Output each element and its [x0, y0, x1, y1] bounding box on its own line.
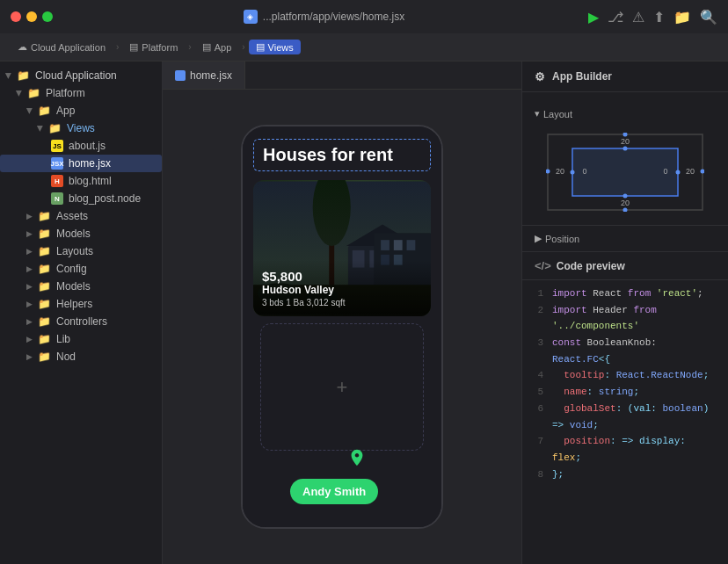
folder-icon[interactable]: 📁 [673, 9, 691, 25]
sidebar: ▶ 📁 Cloud Application ▶ 📁 Platform ▶ 📁 A… [0, 61, 163, 564]
canvas-area: Houses for rent [163, 90, 521, 564]
sidebar-item-lib[interactable]: ▶ 📁 Lib [0, 330, 162, 348]
warning-icon[interactable]: ⚠ [632, 9, 644, 25]
house-overlay: $5,800 Hudson Valley 3 bds 1 Ba 3,012 sq… [253, 260, 431, 316]
node-file-icon: N [51, 192, 63, 205]
svg-rect-20 [573, 149, 677, 195]
sidebar-item-blog-html[interactable]: H blog.html [0, 172, 162, 190]
maximize-button[interactable] [42, 11, 53, 22]
position-section: ▶ Position [522, 226, 728, 252]
sidebar-label: Lib [56, 333, 70, 345]
svg-text:20: 20 [556, 167, 564, 176]
layout-header[interactable]: ▾ Layout [535, 108, 716, 119]
house-details: 3 bds 1 Ba 3,012 sqft [262, 298, 422, 307]
code-content: name: string; [552, 384, 639, 401]
andy-smith-label[interactable]: Andy Smith [290, 479, 378, 504]
add-icon: + [337, 376, 348, 399]
minimize-button[interactable] [26, 11, 37, 22]
svg-point-27 [623, 133, 628, 137]
arrow-icon: ▶ [4, 73, 13, 79]
house-card: $5,800 Hudson Valley 3 bds 1 Ba 3,012 sq… [253, 180, 431, 316]
branch-icon[interactable]: ⎇ [608, 9, 623, 25]
breadcrumb-sep-1: › [116, 42, 119, 52]
folder-icon: 📁 [38, 333, 51, 345]
titlebar-center: ◈ ...platform/app/views/home.jsx [67, 10, 581, 24]
upload-icon[interactable]: ⬆ [653, 9, 665, 25]
arrow-icon: ▶ [26, 335, 33, 343]
sidebar-item-home-jsx[interactable]: JSX home.jsx [0, 155, 162, 172]
breadcrumb-platform[interactable]: ▤ Platform [122, 40, 185, 54]
phone-lower-dropzone[interactable]: + [260, 323, 424, 451]
sidebar-item-models[interactable]: ▶ 📁 Models [0, 225, 162, 242]
breadcrumb-bar: ☁ Cloud Application › ▤ Platform › ▤ App… [0, 33, 728, 61]
sidebar-item-platform[interactable]: ▶ 📁 Platform [0, 84, 162, 102]
html-file-icon: H [51, 175, 63, 187]
code-content: }; [552, 466, 564, 483]
code-line-7: 7 position: => display: flex; [522, 433, 728, 466]
close-button[interactable] [11, 11, 21, 22]
code-line-8: 8 }; [522, 466, 728, 483]
traffic-lights [11, 11, 53, 22]
sidebar-item-helpers[interactable]: ▶ 📁 Helpers [0, 295, 162, 313]
search-icon[interactable]: 🔍 [700, 9, 717, 25]
house-price: $5,800 [262, 269, 422, 284]
layout-label: Layout [543, 109, 572, 119]
breadcrumb-sep-3: › [242, 42, 244, 52]
app-builder-header: ⚙ App Builder [535, 70, 716, 83]
arrow-icon: ▶ [26, 300, 33, 308]
code-content: position: => display: flex; [552, 433, 719, 466]
position-header[interactable]: ▶ Position [535, 233, 716, 244]
line-number: 3 [531, 335, 543, 367]
sidebar-item-controllers[interactable]: ▶ 📁 Controllers [0, 313, 162, 330]
sidebar-item-cloud-application[interactable]: ▶ 📁 Cloud Application [0, 67, 162, 84]
sidebar-item-config[interactable]: ▶ 📁 Config [0, 260, 162, 278]
sidebar-label: App [56, 105, 75, 117]
code-content: import React from 'react'; [552, 286, 703, 302]
right-panel: ⚙ App Builder ▾ Layout 20 [521, 61, 728, 564]
folder-icon: 📁 [38, 105, 51, 117]
js-file-icon: JS [51, 140, 63, 152]
jsx-file-icon: JSX [51, 157, 63, 170]
sidebar-label: Nod [56, 351, 76, 363]
sidebar-label: Helpers [56, 298, 92, 310]
folder-icon-sm: ▤ [129, 41, 138, 53]
sidebar-item-layouts[interactable]: ▶ 📁 Layouts [0, 242, 162, 260]
card-title-box[interactable]: Houses for rent [253, 139, 431, 171]
folder-icon: 📁 [38, 351, 51, 363]
window-title: ...platform/app/views/home.jsx [263, 11, 404, 23]
breadcrumb-app[interactable]: ▤ App [195, 40, 239, 54]
folder-icon: 📁 [27, 87, 40, 99]
app-icon: ◈ [244, 10, 258, 24]
sidebar-item-about-js[interactable]: JS about.js [0, 137, 162, 155]
play-button[interactable]: ▶ [588, 9, 599, 25]
svg-point-33 [571, 170, 575, 175]
svg-text:0: 0 [663, 167, 667, 176]
code-preview-header: </> Code preview [522, 252, 728, 280]
line-number: 5 [531, 384, 543, 401]
sidebar-label: Assets [56, 210, 88, 222]
sidebar-item-nod[interactable]: ▶ 📁 Nod [0, 348, 162, 365]
tab-file-icon [175, 70, 186, 81]
cloud-icon: ☁ [18, 41, 27, 53]
code-content: globalSet: (val: boolean) => void; [552, 401, 719, 433]
app-builder-section: ⚙ App Builder [522, 61, 728, 92]
sidebar-label: Cloud Application [35, 69, 117, 82]
breadcrumb-cloud-application[interactable]: ☁ Cloud Application [11, 40, 113, 54]
sidebar-item-app[interactable]: ▶ 📁 App [0, 102, 162, 119]
titlebar: ◈ ...platform/app/views/home.jsx ▶ ⎇ ⚠ ⬆… [0, 0, 728, 33]
sidebar-label: Layouts [56, 245, 93, 257]
sidebar-item-blog-post-node[interactable]: N blog_post.node [0, 190, 162, 207]
tab-home-jsx[interactable]: home.jsx [163, 61, 245, 89]
card-title-text: Houses for rent [263, 145, 393, 164]
code-line-2: 2 import Header from '../components' [522, 302, 728, 335]
main-layout: ▶ 📁 Cloud Application ▶ 📁 Platform ▶ 📁 A… [0, 61, 728, 564]
sidebar-label: Platform [46, 87, 85, 99]
breadcrumb-label: Platform [142, 42, 178, 53]
sidebar-item-models2[interactable]: ▶ 📁 Models [0, 278, 162, 295]
sidebar-item-assets[interactable]: ▶ 📁 Assets [0, 207, 162, 225]
svg-rect-10 [381, 240, 389, 250]
house-location: Hudson Valley [262, 284, 422, 296]
breadcrumb-views[interactable]: ▤ Views [249, 40, 301, 54]
sidebar-item-views[interactable]: ▶ 📁 Views [0, 119, 162, 137]
svg-text:20: 20 [621, 199, 630, 207]
